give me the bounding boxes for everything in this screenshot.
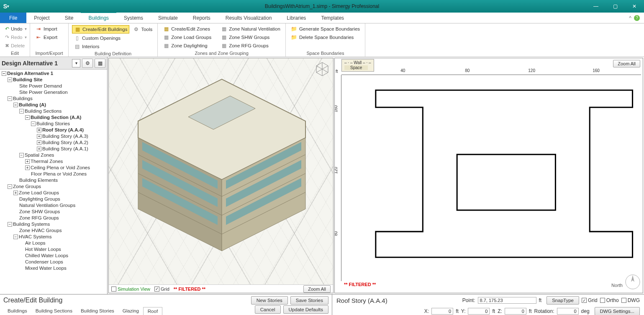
project-tree[interactable]: −Design Alternative 1 −Building Site Sit… [0, 70, 107, 294]
menu-buildings[interactable]: Buildings [81, 12, 116, 23]
settings-button[interactable]: ⚙ [82, 59, 93, 68]
zone-load-groups-button[interactable]: ▦Zone Load Groups [161, 34, 213, 41]
ortho-checkbox[interactable] [600, 298, 605, 303]
menu-reports[interactable]: Reports [185, 13, 218, 23]
tree-item[interactable]: Building Elements [0, 177, 107, 183]
tree-item[interactable]: Condenser Loops [0, 259, 107, 265]
custom-openings-button[interactable]: ▯Custom Openings [72, 34, 154, 42]
expand-icon[interactable]: + [37, 134, 41, 139]
collapse-icon[interactable]: − [8, 184, 12, 189]
2d-plan-view[interactable]: – · – Wall – · – Space Zoom All ft 40 80… [334, 58, 643, 293]
tree-item[interactable]: Natural Ventilation Groups [0, 202, 107, 209]
delete-button[interactable]: ✖Delete [3, 42, 26, 49]
tree-item[interactable]: Daylighting Groups [0, 196, 107, 202]
export-icon: ⇤ [35, 34, 42, 41]
grid-checkbox-2d[interactable]: ✓ [582, 298, 587, 303]
dwg-checkbox[interactable] [621, 298, 626, 303]
y-field[interactable]: 0 [468, 308, 490, 315]
dwg-settings-button[interactable]: DWG Settings... [595, 307, 640, 315]
3d-view[interactable]: Simulation View ✓Grid ** FILTERED ** Zoo… [108, 58, 334, 293]
menu-file[interactable]: File [0, 13, 26, 23]
expand-icon[interactable]: + [37, 128, 41, 132]
collapse-icon[interactable]: − [13, 235, 18, 239]
new-stories-button[interactable]: New Stories [251, 296, 288, 305]
maximize-button[interactable]: ▢ [606, 0, 625, 13]
import-button[interactable]: ⇥Import [33, 25, 65, 33]
collapse-icon[interactable]: − [8, 96, 12, 101]
north-label: North [611, 283, 623, 288]
rotation-field[interactable]: 0 [557, 308, 579, 315]
z-field[interactable]: 0 [505, 308, 526, 315]
tree-item[interactable]: Air Loops [0, 240, 107, 246]
expand-icon[interactable]: + [37, 147, 41, 151]
simulation-view-checkbox[interactable] [111, 287, 116, 292]
create-edit-zones-button[interactable]: ▦Create/Edit Zones [161, 25, 213, 33]
collapse-icon[interactable]: − [25, 115, 30, 120]
tab-stories[interactable]: Building Stories [77, 307, 118, 315]
create-edit-buildings-button[interactable]: ▦Create/Edit Buildings [72, 25, 129, 34]
collapse-icon[interactable]: − [19, 109, 24, 114]
tab-buildings[interactable]: Buildings [3, 307, 31, 315]
collapse-icon[interactable]: − [31, 121, 36, 126]
menu-templates[interactable]: Templates [313, 13, 352, 23]
undo-button[interactable]: ↶Undo ▼ [3, 25, 26, 33]
redo-button[interactable]: ↷Redo ▼ [3, 34, 26, 41]
menu-simulate[interactable]: Simulate [151, 13, 185, 23]
collapse-icon[interactable]: − [2, 71, 6, 76]
point-field[interactable]: 8.7, 175.23 [478, 297, 536, 304]
collapse-icon[interactable]: − [19, 153, 24, 158]
menu-results[interactable]: Results Visualization [218, 13, 280, 23]
zone-natural-ventilation-button[interactable]: ▦Zone Natural Ventilation [219, 25, 282, 33]
compass-icon [624, 274, 641, 290]
zone-daylighting-button[interactable]: ▦Zone Daylighting [161, 42, 213, 49]
tree-item[interactable]: Zone SHW Groups [0, 209, 107, 215]
zoom-all-button-2d[interactable]: Zoom All [613, 60, 640, 67]
menu-site[interactable]: Site [57, 13, 81, 23]
zoom-all-button[interactable]: Zoom All [303, 285, 331, 293]
tree-item[interactable]: Zone RFG Groups [0, 215, 107, 221]
tree-item[interactable]: Floor Plena or Void Zones [0, 171, 107, 177]
grid-label: Grid [161, 287, 169, 292]
interiors-button[interactable]: ▤Interiors [72, 43, 154, 50]
export-button[interactable]: ⇤Export [33, 34, 65, 41]
zone-rfg-groups-button[interactable]: ▦Zone RFG Groups [219, 42, 282, 49]
expand-icon[interactable]: + [37, 140, 41, 145]
building-icon: ▦ [74, 26, 81, 33]
tab-glazing[interactable]: Glazing [118, 307, 143, 315]
tree-item[interactable]: Mixed Water Loops [0, 265, 107, 271]
generate-space-boundaries-button[interactable]: 📁Generate Space Boundaries [289, 25, 362, 33]
ribbon-collapse-icon[interactable]: ^ [629, 15, 631, 21]
tab-sections[interactable]: Building Sections [31, 307, 77, 315]
tree-item[interactable]: Chilled Water Loops [0, 253, 107, 259]
menu-libraries[interactable]: Libraries [279, 13, 313, 23]
tree-item[interactable]: Site Power Demand [0, 83, 107, 89]
collapse-icon[interactable]: − [13, 103, 18, 107]
menu-systems[interactable]: Systems [116, 13, 151, 23]
tree-item[interactable]: Hot Water Loops [0, 246, 107, 253]
panel-title: Create/Edit Building [3, 297, 249, 304]
floor-plan [341, 75, 641, 281]
save-stories-button[interactable]: Save Stories [290, 296, 328, 305]
tree-item[interactable]: Site Power Generation [0, 89, 107, 96]
snaptype-button[interactable]: SnapType [547, 296, 579, 305]
grid-toggle-button[interactable]: ▦ [95, 59, 105, 68]
design-alternative-dropdown[interactable]: ▾ [72, 59, 80, 67]
x-field[interactable]: 0 [431, 308, 453, 315]
expand-icon[interactable]: + [25, 165, 30, 170]
ribbon: ↶Undo ▼ ↷Redo ▼ ✖Delete Edit ⇥Import ⇤Ex… [0, 23, 644, 57]
collapse-icon[interactable]: − [8, 77, 12, 82]
expand-icon[interactable]: + [13, 191, 18, 195]
delete-space-boundaries-button[interactable]: 📁Delete Space Boundaries [289, 34, 362, 41]
tree-item[interactable]: Zone HVAC Groups [0, 227, 107, 234]
collapse-icon[interactable]: − [8, 222, 12, 227]
tools-button[interactable]: ⚙Tools [131, 25, 154, 34]
help-icon[interactable]: ? [634, 15, 640, 21]
close-button[interactable]: ✕ [625, 0, 644, 13]
menu-project[interactable]: Project [26, 13, 57, 23]
minimize-button[interactable]: — [586, 0, 606, 13]
zone-shw-groups-button[interactable]: ▦Zone SHW Groups [219, 34, 282, 41]
view-cube-icon[interactable] [314, 61, 331, 77]
tab-roof[interactable]: Roof [143, 307, 162, 315]
grid-checkbox[interactable]: ✓ [154, 287, 159, 292]
expand-icon[interactable]: + [25, 159, 30, 164]
